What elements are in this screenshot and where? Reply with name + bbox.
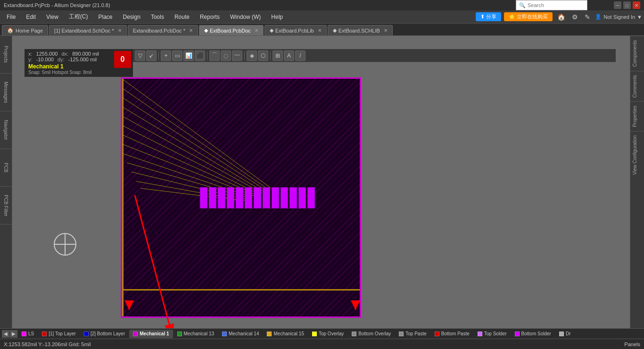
pad-4[interactable] xyxy=(227,187,234,208)
menu-view[interactable]: View xyxy=(41,12,63,22)
menu-project[interactable]: 工程(C) xyxy=(64,11,93,22)
sign-in-area[interactable]: 👤 Not Signed In ▼ xyxy=(595,14,642,20)
pad-8[interactable] xyxy=(263,187,270,208)
settings-icon[interactable]: ⚙ xyxy=(570,12,580,22)
tool-arc[interactable]: ◌ xyxy=(221,50,231,61)
layer-tab-top[interactable]: [1] Top Layer xyxy=(38,330,80,338)
menu-file[interactable]: File xyxy=(2,12,20,22)
pad-13[interactable] xyxy=(307,187,315,208)
layer-tab-mech1[interactable]: Mechanical 1 xyxy=(129,330,173,338)
layer-tab-dr[interactable]: Dr xyxy=(555,330,575,338)
pad-10[interactable] xyxy=(281,187,288,208)
layer-nav-next[interactable]: ▶ xyxy=(10,330,17,338)
pad-2[interactable] xyxy=(209,187,216,208)
pad-5[interactable] xyxy=(236,187,243,208)
tool-measure[interactable]: ⊞ xyxy=(272,50,283,61)
layer-dot-botsolder xyxy=(515,332,520,336)
pad-9[interactable] xyxy=(272,187,279,208)
menu-window[interactable]: Window (W) xyxy=(225,12,265,22)
tool-add[interactable]: + xyxy=(161,50,171,61)
subscribe-button[interactable]: ⭐ 立即在线购买 xyxy=(504,12,553,21)
layer-tab-mech15[interactable]: Mechanical 15 xyxy=(263,330,307,338)
coord-display: x: 1255.000 dx: 890.000 mil y: -10.000 d… xyxy=(25,49,133,77)
tab-extboard-pcbdoc[interactable]: ◆ ExtBoard.PcbDoc ✕ xyxy=(199,25,264,35)
tab-home[interactable]: 🏠 Home Page xyxy=(2,25,48,35)
menu-tools[interactable]: Tools xyxy=(146,12,169,22)
close-button[interactable]: ✕ xyxy=(633,1,640,9)
menu-reports[interactable]: Reports xyxy=(195,12,224,22)
pcb-board[interactable] xyxy=(121,77,361,318)
tool-chart[interactable]: 📊 xyxy=(183,50,194,61)
pad-6[interactable] xyxy=(245,187,252,208)
layer-tab-ls[interactable]: LS xyxy=(18,330,38,338)
menu-edit[interactable]: Edit xyxy=(21,12,41,22)
layer-tab-topoverlay[interactable]: Top Overlay xyxy=(308,330,347,338)
tab-close-extboard[interactable]: ✕ xyxy=(255,28,258,33)
tool-select[interactable]: ↙ xyxy=(146,50,157,61)
menu-place[interactable]: Place xyxy=(94,12,117,22)
pad-12[interactable] xyxy=(298,187,306,208)
tab-schdoc[interactable]: [1] Extandboard.SchDoc * ✕ xyxy=(49,25,127,35)
search-input[interactable] xyxy=(528,2,584,8)
window-controls: ─ □ ✕ xyxy=(614,1,640,9)
menu-help[interactable]: Help xyxy=(266,12,288,22)
layer-tab-bottom[interactable]: [2] Bottom Layer xyxy=(80,330,129,338)
tool-component[interactable]: ⬛ xyxy=(195,50,205,61)
panel-properties[interactable]: Properties xyxy=(630,101,644,131)
layer-tab-topsolder[interactable]: Top Solder xyxy=(474,330,511,338)
tool-track[interactable]: ⬡ xyxy=(258,50,268,61)
tool-wave[interactable]: 〰 xyxy=(232,50,242,61)
right-panel: Components Comments Properties View Conf… xyxy=(630,36,644,328)
tab-extboard-schlib[interactable]: ◆ ExtBoard.SCHLIB ✕ xyxy=(328,25,393,35)
layer-tab-mech13[interactable]: Mechanical 13 xyxy=(173,330,218,338)
panel-navigator[interactable]: Navigator xyxy=(0,111,12,149)
panels-button[interactable]: Panels xyxy=(624,341,640,347)
layer-dot-botoverlay xyxy=(352,332,356,336)
customize-icon[interactable]: ✎ xyxy=(583,12,592,22)
restore-button[interactable]: □ xyxy=(623,1,631,9)
menubar: File Edit View 工程(C) Place Design Tools … xyxy=(0,10,644,24)
pad-7[interactable] xyxy=(254,187,261,208)
dropdown-icon: ▼ xyxy=(637,14,642,20)
panel-view-config[interactable]: View Configuration xyxy=(630,131,644,179)
layer-tab-botpaste[interactable]: Bottom Paste xyxy=(431,330,473,338)
pad-11[interactable] xyxy=(289,187,297,208)
layer-dot-mech15 xyxy=(267,332,272,336)
tab-close-pcbdoc[interactable]: ✕ xyxy=(189,28,193,33)
tool-route[interactable]: ⌒ xyxy=(209,50,220,61)
layer-tab-mech14[interactable]: Mechanical 14 xyxy=(218,330,263,338)
tool-filter[interactable]: ▽ xyxy=(135,50,145,61)
panel-messages[interactable]: Messages xyxy=(0,74,12,111)
layer-tab-botsolder[interactable]: Bottom Solder xyxy=(511,330,555,338)
layer-dot-mech14 xyxy=(222,332,227,336)
panel-pcb[interactable]: PCB xyxy=(0,149,12,187)
right-menu-area: ⬆ 分享 ⭐ 立即在线购买 🏠 ⚙ ✎ 👤 Not Signed In ▼ xyxy=(476,12,642,22)
pads-area[interactable] xyxy=(200,187,315,208)
search-bar[interactable]: 🔍 xyxy=(516,0,587,10)
pcb-canvas[interactable]: x: 1255.000 dx: 890.000 mil y: -10.000 d… xyxy=(12,49,630,328)
toolbar: ▽ ↙ + ▭ 📊 ⬛ ⌒ ◌ 〰 ◈ ⬡ ⊞ A / xyxy=(133,49,616,62)
tab-extboard-pcblib[interactable]: ◆ ExtBoard.PcbLib ✕ xyxy=(264,25,327,35)
tool-text[interactable]: A xyxy=(284,50,294,61)
share-button[interactable]: ⬆ 分享 xyxy=(476,12,501,21)
panel-components[interactable]: Components xyxy=(630,36,644,71)
tab-close-pcblib[interactable]: ✕ xyxy=(318,28,322,33)
tool-line[interactable]: / xyxy=(295,50,305,61)
menu-design[interactable]: Design xyxy=(118,12,145,22)
minimize-button[interactable]: ─ xyxy=(614,1,621,9)
panel-pcb-filter[interactable]: PCB Filter xyxy=(0,187,12,224)
layer-nav-prev[interactable]: ◀ xyxy=(2,330,9,338)
pad-1[interactable] xyxy=(200,187,207,208)
tool-pin[interactable]: ◈ xyxy=(247,50,257,61)
home-icon[interactable]: 🏠 xyxy=(555,12,567,22)
panel-projects[interactable]: Projects xyxy=(0,36,12,74)
pad-3[interactable] xyxy=(218,187,225,208)
panel-comments[interactable]: Comments xyxy=(630,71,644,101)
tab-close-schlib[interactable]: ✕ xyxy=(384,28,388,33)
layer-tab-botoverlay[interactable]: Bottom Overlay xyxy=(348,330,395,338)
tool-rect[interactable]: ▭ xyxy=(172,50,182,61)
tab-close-schdoc[interactable]: ✕ xyxy=(118,28,122,33)
tab-pcbdoc[interactable]: Extandboard.PcbDoc * ✕ xyxy=(128,25,198,35)
layer-tab-toppaste[interactable]: Top Paste xyxy=(395,330,430,338)
menu-route[interactable]: Route xyxy=(170,12,194,22)
